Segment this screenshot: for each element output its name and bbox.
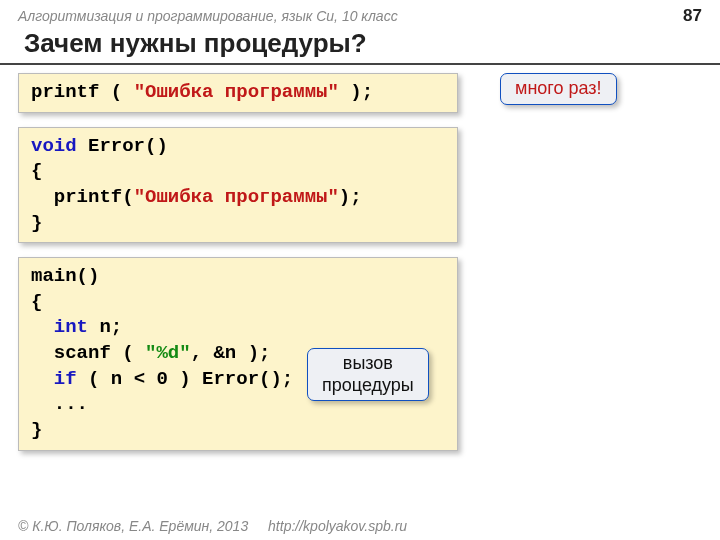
code-text: scanf ( [31,342,145,364]
code-line: { [31,159,445,185]
code-text: ); [339,186,362,208]
callout-line1: вызов [343,353,393,373]
footer-url: http://kpolyakov.spb.ru [268,518,407,534]
code-keyword: void [31,135,77,157]
code-line: int n; [31,315,445,341]
code-line: { [31,290,445,316]
code-keyword: int [54,316,88,338]
code-string: "%d" [145,342,191,364]
slide-footer: © К.Ю. Поляков, Е.А. Ерёмин, 2013 http:/… [18,518,407,534]
callout-many-times: много раз! [500,73,617,105]
code-line: printf("Ошибка программы"); [31,185,445,211]
code-text: Error() [77,135,168,157]
code-line: } [31,418,445,444]
page-number: 87 [683,6,702,26]
code-keyword: if [54,368,77,390]
code-line: main() [31,264,445,290]
slide-content: printf ( "Ошибка программы" ); много раз… [0,73,720,451]
code-line: void Error() [31,134,445,160]
course-label: Алгоритмизация и программирование, язык … [18,8,398,24]
callout-line2: процедуры [322,375,414,395]
code-text: , &n ); [191,342,271,364]
code-string: "Ошибка программы" [134,186,339,208]
code-text: ( n < 0 ) Error(); [77,368,294,390]
code-text: n; [88,316,122,338]
callout-text: много раз! [515,78,602,98]
slide-title: Зачем нужны процедуры? [0,28,720,65]
copyright-text: © К.Ю. Поляков, Е.А. Ерёмин, 2013 [18,518,248,534]
slide-header: Алгоритмизация и программирование, язык … [0,0,720,28]
code-text: printf( [31,186,134,208]
code-string: "Ошибка программы" [134,81,339,103]
code-block-printf: printf ( "Ошибка программы" ); [18,73,458,113]
code-line: } [31,211,445,237]
code-text: ); [339,81,373,103]
code-text: printf ( [31,81,134,103]
code-text [31,316,54,338]
code-text [31,368,54,390]
callout-procedure-call: вызов процедуры [307,348,429,401]
code-block-procedure: void Error() { printf("Ошибка программы"… [18,127,458,244]
